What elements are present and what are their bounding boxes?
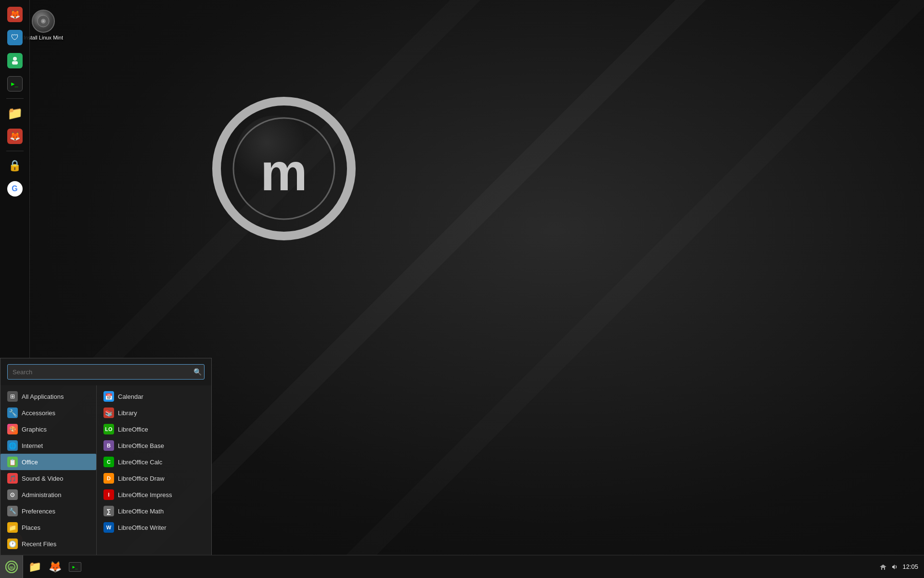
- libreoffice-draw-icon: D: [103, 473, 114, 484]
- libreoffice-writer-icon: W: [103, 522, 114, 533]
- dock-google-icon: G: [7, 181, 23, 197]
- svg-rect-8: [12, 61, 18, 65]
- dock-firefox2-icon: 🦊: [7, 129, 23, 144]
- libreoffice-math-icon: ∑: [103, 506, 114, 516]
- dock-item-google[interactable]: G: [4, 178, 26, 199]
- dock-item-firefox2[interactable]: 🦊: [4, 126, 26, 147]
- preferences-label: Preferences: [22, 508, 55, 515]
- libreoffice-base-icon: B: [103, 440, 114, 451]
- calendar-icon: 📅: [103, 391, 114, 402]
- recent-files-label: Recent Files: [22, 540, 56, 548]
- menu-item-libreoffice-math[interactable]: ∑ LibreOffice Math: [97, 503, 211, 519]
- search-button[interactable]: 🔍: [193, 368, 202, 376]
- graphics-label: Graphics: [22, 426, 47, 433]
- taskbar-tray: 12:05: [873, 563, 924, 571]
- internet-label: Internet: [22, 442, 43, 449]
- taskbar-start-button[interactable]: m: [0, 555, 23, 578]
- office-icon: 📋: [7, 457, 18, 467]
- dock-item-welcome[interactable]: [4, 50, 26, 71]
- menu-item-sound-video[interactable]: 🎵 Sound & Video: [0, 470, 96, 486]
- install-icon-image: [32, 10, 55, 33]
- dock-item-terminal[interactable]: ▶_: [4, 73, 26, 94]
- libreoffice-calc-icon: C: [103, 457, 114, 467]
- preferences-icon: 🔧: [7, 506, 18, 516]
- taskbar-item-firefox[interactable]: 🦊: [45, 557, 64, 577]
- taskbar-item-terminal[interactable]: ▶_: [65, 557, 85, 577]
- menu-item-places[interactable]: 📁 Places: [0, 519, 96, 536]
- menu-item-libreoffice-calc[interactable]: C LibreOffice Calc: [97, 454, 211, 470]
- libreoffice-calc-label: LibreOffice Calc: [118, 459, 162, 466]
- dock-lock-icon: 🔒: [7, 158, 23, 173]
- sound-video-icon: 🎵: [7, 473, 18, 484]
- search-input[interactable]: [7, 364, 205, 380]
- menu-item-all-applications[interactable]: ⊞ All Applications: [0, 388, 96, 405]
- desktop: m Install Linux Mint 🦊: [0, 0, 924, 578]
- dock-item-files[interactable]: 📁: [4, 103, 26, 124]
- accessories-icon: 🔧: [7, 407, 18, 418]
- menu-item-calendar[interactable]: 📅 Calendar: [97, 388, 211, 405]
- start-menu-icon: m: [5, 561, 18, 573]
- places-icon: 📁: [7, 522, 18, 533]
- libreoffice-writer-label: LibreOffice Writer: [118, 524, 167, 531]
- libreoffice-draw-label: LibreOffice Draw: [118, 475, 165, 482]
- dock-welcome-icon: [7, 53, 23, 68]
- menu-item-libreoffice-base[interactable]: B LibreOffice Base: [97, 437, 211, 454]
- taskbar: m 📁 🦊 ▶_: [0, 555, 924, 578]
- app-menu-apps: 📅 Calendar 📚 Library LO LibreOffice: [97, 385, 211, 555]
- calendar-label: Calendar: [118, 393, 143, 400]
- app-menu: 🔍 ⊞ All Applications 🔧 Accessories: [0, 358, 212, 555]
- menu-item-graphics[interactable]: 🎨 Graphics: [0, 421, 96, 437]
- menu-item-library[interactable]: 📚 Library: [97, 405, 211, 421]
- menu-item-accessories[interactable]: 🔧 Accessories: [0, 405, 96, 421]
- libreoffice-math-label: LibreOffice Math: [118, 508, 164, 515]
- app-menu-search-area: 🔍: [0, 358, 211, 385]
- libreoffice-icon: LO: [103, 424, 114, 434]
- taskbar-time: 12:05: [902, 563, 918, 570]
- dock-firefox-icon: 🦊: [7, 7, 23, 22]
- dock-files-icon: 📁: [7, 105, 23, 121]
- sound-video-label: Sound & Video: [22, 475, 64, 482]
- office-label: Office: [22, 459, 38, 466]
- libreoffice-impress-icon: I: [103, 489, 114, 500]
- svg-point-6: [42, 20, 44, 22]
- dock-terminal-icon: ▶_: [7, 76, 23, 92]
- all-apps-label: All Applications: [22, 393, 64, 400]
- libreoffice-base-label: LibreOffice Base: [118, 442, 164, 449]
- menu-item-office[interactable]: 📋 Office: [0, 454, 96, 470]
- taskbar-item-files[interactable]: 📁: [25, 557, 44, 577]
- accessories-label: Accessories: [22, 409, 55, 417]
- all-apps-icon: ⊞: [7, 391, 18, 402]
- menu-item-preferences[interactable]: 🔧 Preferences: [0, 503, 96, 519]
- tray-volume-icon[interactable]: [891, 563, 898, 571]
- menu-item-recent-files[interactable]: 🕐 Recent Files: [0, 536, 96, 552]
- menu-item-libreoffice[interactable]: LO LibreOffice: [97, 421, 211, 437]
- svg-point-7: [13, 57, 17, 61]
- svg-text:m: m: [9, 565, 13, 570]
- search-wrapper: 🔍: [7, 364, 205, 380]
- menu-item-libreoffice-writer[interactable]: W LibreOffice Writer: [97, 519, 211, 536]
- mint-logo: m: [212, 96, 356, 241]
- graphics-icon: 🎨: [7, 424, 18, 434]
- dock-separator-2: [6, 151, 24, 151]
- dock-separator-1: [6, 98, 24, 99]
- tray-network-icon[interactable]: [879, 563, 887, 571]
- administration-label: Administration: [22, 491, 61, 499]
- menu-item-administration[interactable]: ⚙ Administration: [0, 486, 96, 503]
- menu-item-libreoffice-draw[interactable]: D LibreOffice Draw: [97, 470, 211, 486]
- libreoffice-label: LibreOffice: [118, 426, 148, 433]
- libreoffice-impress-label: LibreOffice Impress: [118, 491, 172, 499]
- administration-icon: ⚙: [7, 489, 18, 500]
- library-label: Library: [118, 409, 137, 417]
- app-menu-categories: ⊞ All Applications 🔧 Accessories 🎨 Graph…: [0, 385, 97, 555]
- recent-files-icon: 🕐: [7, 539, 18, 549]
- places-label: Places: [22, 524, 40, 531]
- menu-item-internet[interactable]: 🌐 Internet: [0, 437, 96, 454]
- taskbar-items: 📁 🦊 ▶_: [23, 557, 873, 577]
- menu-item-libreoffice-impress[interactable]: I LibreOffice Impress: [97, 486, 211, 503]
- dock-update-icon: 🛡: [7, 30, 23, 45]
- dock-item-update-manager[interactable]: 🛡: [4, 27, 26, 48]
- svg-point-3: [236, 116, 313, 193]
- app-menu-content: ⊞ All Applications 🔧 Accessories 🎨 Graph…: [0, 385, 211, 555]
- dock-item-firefox[interactable]: 🦊: [4, 4, 26, 25]
- dock-item-lock[interactable]: 🔒: [4, 155, 26, 176]
